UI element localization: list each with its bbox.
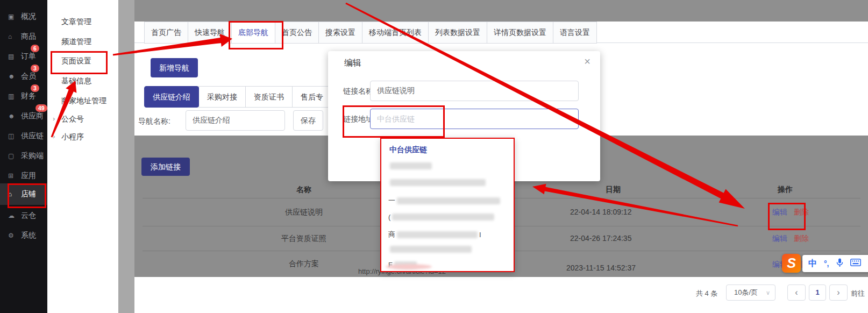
- sidebar-item-procurement[interactable]: ▢采购端: [0, 149, 47, 163]
- sogou-logo[interactable]: S: [782, 254, 801, 273]
- dropdown-option[interactable]: [388, 246, 473, 253]
- prev-page-button[interactable]: ‹: [787, 284, 806, 301]
- sidebar-item-apps[interactable]: ⊞应用: [0, 169, 47, 183]
- censored-text: [390, 179, 486, 186]
- table-row-date: 2023-11-15 14:52:37: [566, 264, 636, 272]
- main-sidebar: ▣概况 ⌂商品 ▤订单6 ☻会员3 ▥财务3 ☻供应商49 ◫供应链 ▢采购端 …: [0, 0, 47, 313]
- goods-icon: ⌂: [8, 33, 18, 40]
- tab-detail-data[interactable]: 详情页数据设置: [487, 22, 553, 44]
- tab-home-notice[interactable]: 首页公告: [275, 22, 319, 44]
- tab-mobile-home-list[interactable]: 移动端首页列表: [362, 22, 429, 44]
- save-button[interactable]: 保存: [293, 110, 323, 131]
- ime-toolbar: 中 °,: [802, 255, 868, 272]
- censored-text: [392, 214, 494, 220]
- chevron-right-icon: ›: [53, 113, 55, 124]
- delete-link[interactable]: 删除: [794, 208, 809, 217]
- dropdown-title[interactable]: 中台供应链: [389, 145, 427, 155]
- shop-icon: ⌂: [8, 190, 18, 198]
- dropdown-option[interactable]: 商I: [388, 230, 481, 239]
- tab-footer-nav[interactable]: 底部导航: [231, 22, 275, 44]
- tab-list-data[interactable]: 列表数据设置: [428, 22, 487, 44]
- sidebar-item-orders[interactable]: ▤订单6: [0, 49, 47, 63]
- finance-icon: ▥: [8, 93, 18, 100]
- add-link-button[interactable]: 添加链接: [141, 158, 190, 176]
- censored-text: [397, 231, 478, 238]
- finance-badge: 3: [31, 84, 39, 92]
- nav-name-input[interactable]: [186, 110, 285, 131]
- sidebar-item-suppliers[interactable]: ☻供应商49: [0, 109, 47, 123]
- submenu-merchant-address[interactable]: 商家地址管理: [47, 95, 118, 106]
- nav-subtabs: 供应链介绍 采购对接 资质证书 售后专: [144, 86, 331, 108]
- content-gutter: [118, 0, 134, 313]
- delete-link[interactable]: 删除: [794, 234, 809, 244]
- procurement-icon: ▢: [8, 152, 18, 160]
- submenu-basic-info[interactable]: 基础信息: [47, 75, 118, 86]
- sidebar-item-shop[interactable]: ⌂店铺: [0, 187, 47, 201]
- table-header-date: 日期: [570, 185, 656, 195]
- sidebar-item-members[interactable]: ☻会员3: [0, 69, 47, 83]
- dashboard-icon: ▣: [8, 13, 18, 20]
- censored-highlight: [386, 264, 432, 269]
- tab-quick-nav[interactable]: 快速导航: [188, 22, 232, 44]
- orders-icon: ▤: [8, 53, 18, 60]
- submenu-official-account[interactable]: ›公众号: [47, 113, 118, 124]
- submenu-page-settings[interactable]: 页面设置: [47, 55, 118, 66]
- next-page-button[interactable]: ›: [829, 284, 848, 301]
- system-icon: ⚙: [8, 232, 18, 239]
- table-header-action: 操作: [753, 185, 817, 195]
- sidebar-item-overview[interactable]: ▣概况: [0, 10, 47, 24]
- pagination-total: 共 4 条: [696, 289, 717, 298]
- add-nav-button[interactable]: 新增导航: [151, 58, 198, 77]
- edit-link[interactable]: 编辑: [772, 208, 787, 217]
- sidebar-item-finance[interactable]: ▥财务3: [0, 89, 47, 103]
- table-row-date: 22-04-14 18:09:12: [570, 208, 631, 216]
- submenu-channel-mgmt[interactable]: 频道管理: [47, 36, 118, 47]
- link-url-input[interactable]: [370, 109, 579, 129]
- sidebar-item-system[interactable]: ⚙系统: [0, 229, 47, 243]
- current-page-button[interactable]: 1: [809, 284, 826, 301]
- subtab-supply-chain-intro[interactable]: 供应链介绍: [144, 86, 199, 108]
- ime-language-toggle[interactable]: 中: [808, 258, 817, 269]
- ime-punctuation-toggle[interactable]: °,: [824, 259, 829, 268]
- tab-search-settings[interactable]: 搜索设置: [318, 22, 362, 44]
- microphone-icon[interactable]: [836, 258, 843, 269]
- dropdown-option[interactable]: 一: [388, 196, 502, 205]
- chevron-down-icon: ∨: [766, 285, 770, 300]
- submenu-mini-program[interactable]: ›小程序: [47, 131, 118, 142]
- dropdown-option[interactable]: [388, 162, 433, 169]
- pagination-jump-label: 前往: [851, 289, 865, 298]
- suppliers-icon: ☻: [8, 112, 18, 120]
- tab-home-ads[interactable]: 首页广告: [144, 22, 188, 44]
- sidebar-item-cloud-warehouse[interactable]: ☁云仓: [0, 209, 47, 223]
- censored-text: [397, 197, 500, 204]
- chevron-right-icon: ›: [53, 131, 55, 142]
- sub-sidebar: 文章管理 频道管理 页面设置 基础信息 商家地址管理 ›公众号 ›小程序: [47, 0, 118, 313]
- sidebar-item-supply-chain[interactable]: ◫供应链: [0, 129, 47, 143]
- table-row-date: 22-04-26 17:24:35: [570, 234, 631, 243]
- apps-icon: ⊞: [8, 172, 18, 180]
- link-suggestion-dropdown: 中台供应链 一 ( 商I F: [380, 138, 515, 272]
- close-icon[interactable]: ×: [584, 55, 590, 68]
- tab-language[interactable]: 语言设置: [553, 22, 597, 44]
- subtab-after-sales[interactable]: 售后专: [292, 86, 332, 108]
- suppliers-badge: 49: [35, 104, 47, 112]
- link-name-input[interactable]: [370, 81, 579, 101]
- supply-chain-icon: ◫: [8, 132, 18, 140]
- modal-title: 编辑: [344, 58, 361, 69]
- subtab-procurement-docking[interactable]: 采购对接: [198, 86, 246, 108]
- censored-text: [390, 162, 432, 169]
- keyboard-icon[interactable]: [850, 259, 861, 268]
- members-icon: ☻: [8, 73, 18, 80]
- submenu-article-mgmt[interactable]: 文章管理: [47, 16, 118, 27]
- edit-link[interactable]: 编辑: [772, 234, 787, 244]
- censored-text: [390, 246, 472, 253]
- cloud-warehouse-icon: ☁: [8, 212, 18, 219]
- members-badge: 3: [31, 65, 39, 72]
- subtab-qualification-cert[interactable]: 资质证书: [245, 86, 293, 108]
- page-size-select[interactable]: 10条/页 ∨: [726, 284, 775, 301]
- page: ▣概况 ⌂商品 ▤订单6 ☻会员3 ▥财务3 ☻供应商49 ◫供应链 ▢采购端 …: [0, 0, 868, 313]
- settings-tabbar: 首页广告 快速导航 底部导航 首页公告 搜索设置 移动端首页列表 列表数据设置 …: [144, 22, 596, 44]
- dropdown-option[interactable]: (: [388, 213, 496, 221]
- dropdown-option[interactable]: [388, 179, 487, 186]
- sidebar-item-goods[interactable]: ⌂商品: [0, 30, 47, 44]
